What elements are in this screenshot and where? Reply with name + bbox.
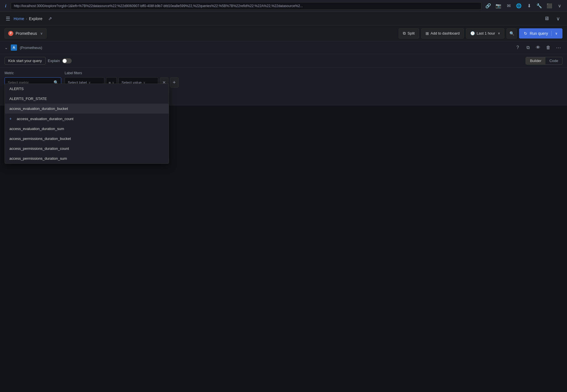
add-to-dashboard-button[interactable]: ⊞ Add to dashboard — [421, 28, 464, 39]
datasource-chevron-icon: ∨ — [40, 31, 43, 35]
query-builder-toolbar: Kick start your query Explain Builder Co… — [0, 54, 567, 68]
trash-icon: 🗑 — [546, 45, 551, 50]
dropdown-item-text: access_evaluation_duration_sum — [9, 127, 64, 131]
browser-bar: i http://localhost:3000/explore?orgId=1&… — [0, 0, 567, 12]
dropdown-item-alerts[interactable]: ALERTS — [5, 84, 169, 94]
query-label-badge: A — [11, 44, 17, 51]
run-query-divider — [551, 31, 552, 36]
zoom-button[interactable]: 🔍 — [507, 28, 517, 39]
share-button[interactable]: ⇗ — [46, 15, 54, 22]
dropdown-item-access-eval-bucket[interactable]: access_evaluation_duration_bucket — [5, 104, 169, 114]
query-delete-button[interactable]: 🗑 — [544, 44, 552, 52]
metric-label: Metric — [5, 71, 61, 75]
browser-actions: 🔗 📷 ✉ 🌐 ⬇ 🔧 ⬛ ∨ — [484, 2, 564, 10]
label-filters-label: Label filters — [65, 71, 179, 75]
metric-dropdown-panel: ALERTS ALERTS_FOR_STATE access_evaluatio… — [5, 84, 169, 164]
ellipsis-icon: ⋯ — [556, 44, 561, 51]
breadcrumb-separator: › — [26, 16, 27, 21]
query-header-actions: ? ⧉ 👁 🗑 ⋯ — [514, 44, 562, 52]
download-icon[interactable]: ⬇ — [525, 2, 533, 10]
dropdown-item-access-perm-sum[interactable]: access_permissions_duration_sum — [5, 154, 169, 163]
split-icon: ⧉ — [403, 31, 406, 36]
explain-label: Explain — [48, 59, 60, 63]
time-range-chevron-icon: ∨ — [498, 31, 500, 35]
query-label-sub: (Prometheus) — [20, 46, 42, 50]
help-icon: ? — [517, 45, 519, 50]
toggle-knob — [63, 59, 67, 63]
dropdown-item-text: access_evaluation_duration_count — [17, 117, 73, 121]
time-range-button[interactable]: 🕐 Last 1 hour ∨ — [466, 28, 504, 39]
browser-url[interactable]: http://localhost:3000/explore?orgId=1&le… — [11, 2, 481, 10]
plus-icon: + — [173, 80, 176, 86]
home-link[interactable]: Home — [14, 16, 24, 21]
globe-icon[interactable]: 🌐 — [515, 2, 523, 10]
breadcrumb-current: Explore — [29, 16, 42, 21]
nav-chevron-icon[interactable]: ∨ — [553, 14, 562, 23]
datasource-selector[interactable]: P Prometheus ∨ — [5, 28, 46, 39]
monitor-icon[interactable]: 🖥 — [542, 14, 551, 23]
layout-icon[interactable]: ⬛ — [545, 2, 553, 10]
query-more-button[interactable]: ⋯ — [555, 44, 562, 52]
query-visibility-button[interactable]: 👁 — [534, 44, 542, 52]
filter-add-button[interactable]: + — [170, 77, 179, 88]
eye-icon: 👁 — [536, 45, 540, 50]
dropdown-item-text: access_evaluation_duration_bucket — [9, 106, 68, 111]
dropdown-item-text: access_permissions_duration_count — [9, 146, 69, 151]
dropdown-item-text: access_permissions_duration_sum — [9, 156, 67, 161]
datasource-name: Prometheus — [16, 31, 37, 36]
builder-code-toggle: Builder Code — [526, 57, 562, 65]
builder-button[interactable]: Builder — [526, 57, 545, 64]
main-toolbar: P Prometheus ∨ ⧉ Split ⊞ Add to dashboar… — [0, 25, 567, 41]
dashboard-icon: ⊞ — [426, 31, 429, 36]
dropdown-item-text: access_permissions_duration_bucket — [9, 137, 71, 141]
breadcrumb: Home › Explore — [14, 16, 43, 21]
query-fields: Metric 🔍 Label filters Select label ∨ = … — [0, 68, 567, 92]
nav-bar: ☰ Home › Explore ⇗ 🖥 ∨ — [0, 12, 567, 25]
run-query-button[interactable]: ↻ Run query ∨ — [519, 28, 562, 39]
dropdown-item-access-eval-sum[interactable]: access_evaluation_duration_sum — [5, 124, 169, 134]
extension-icon[interactable]: 🔧 — [535, 2, 543, 10]
query-copy-button[interactable]: ⧉ — [524, 44, 532, 52]
query-help-button[interactable]: ? — [514, 44, 522, 52]
zoom-icon: 🔍 — [509, 31, 514, 36]
dropdown-item-text: ALERTS_FOR_STATE — [9, 97, 47, 101]
explain-toggle[interactable] — [62, 58, 72, 63]
info-icon: i — [3, 4, 8, 8]
hamburger-menu-icon[interactable]: ☰ — [5, 14, 11, 23]
mail-icon[interactable]: ✉ — [505, 2, 513, 10]
screenshot-icon[interactable]: 📷 — [494, 2, 502, 10]
dropdown-item-access-perm-bucket[interactable]: access_permissions_duration_bucket — [5, 134, 169, 144]
clock-icon: 🕐 — [470, 31, 475, 35]
datasource-icon: P — [8, 31, 13, 36]
copy-icon: ⧉ — [526, 45, 530, 50]
dropdown-item-access-eval-count[interactable]: + access_evaluation_duration_count — [5, 114, 169, 124]
dropdown-item-alerts-for-state[interactable]: ALERTS_FOR_STATE — [5, 94, 169, 104]
code-button[interactable]: Code — [545, 57, 562, 64]
run-query-chevron-icon: ∨ — [555, 31, 558, 35]
dropdown-item-access-perm-count[interactable]: access_permissions_duration_count — [5, 144, 169, 154]
query-collapse-button[interactable]: ⌄ — [5, 45, 8, 50]
query-row-header: ⌄ A (Prometheus) ? ⧉ 👁 🗑 ⋯ — [0, 41, 567, 54]
split-button[interactable]: ⧉ Split — [399, 28, 419, 39]
kickstart-button[interactable]: Kick start your query — [5, 57, 46, 65]
plus-icon: + — [9, 116, 14, 121]
bookmark-icon[interactable]: 🔗 — [484, 2, 492, 10]
dropdown-item-text: ALERTS — [9, 87, 24, 91]
query-panel: ⌄ A (Prometheus) ? ⧉ 👁 🗑 ⋯ Kick start yo… — [0, 41, 567, 105]
refresh-icon: ↻ — [524, 31, 527, 36]
browser-menu-icon[interactable]: ∨ — [556, 2, 564, 10]
